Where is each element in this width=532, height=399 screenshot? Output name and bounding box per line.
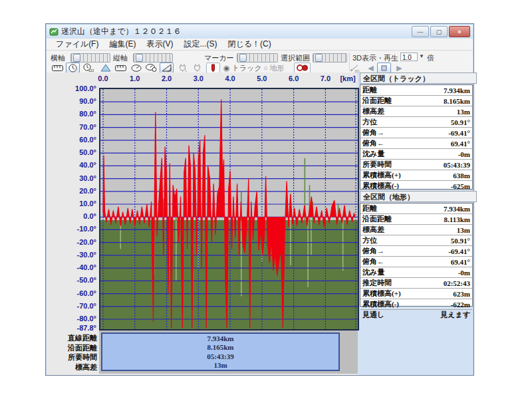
stat-label: 標高差 bbox=[360, 106, 384, 116]
y-tick-label: 60.0° bbox=[60, 136, 96, 144]
main-area: 0.01.02.03.04.05.06.07.0[km] 100.0°90.0°… bbox=[47, 72, 473, 375]
time-number-axis-button[interactable]: 123 bbox=[81, 63, 95, 73]
x-tick-label: 5.0 bbox=[252, 74, 272, 82]
menu-item-2[interactable]: 表示(V) bbox=[141, 39, 178, 50]
profile-chart[interactable] bbox=[99, 88, 359, 331]
footer-value: 05:43:39 bbox=[102, 352, 338, 361]
stat-value: -69.41° bbox=[448, 247, 472, 255]
stat-value: 8.165km bbox=[444, 97, 472, 105]
marker-pen-button[interactable] bbox=[206, 63, 220, 73]
stat-row: 方位50.91° bbox=[360, 235, 472, 245]
stat-row: 累積標高(-)-625m bbox=[360, 180, 472, 191]
speed-graph-button[interactable] bbox=[129, 63, 143, 73]
y-tick-label: 0.0° bbox=[60, 212, 96, 220]
marker-slider[interactable] bbox=[237, 53, 278, 63]
playback-prev-button[interactable]: ◀ bbox=[364, 63, 378, 73]
stat-value: 50.91° bbox=[451, 237, 472, 245]
stat-value: 638m bbox=[453, 172, 472, 180]
stat-label: 俯角→ bbox=[360, 246, 384, 256]
distance-graph-button[interactable] bbox=[114, 63, 128, 73]
stat-label: 累積標高(-) bbox=[360, 181, 399, 191]
y-tick-label: -10.0° bbox=[60, 225, 96, 233]
stat-value: 7.934km bbox=[444, 86, 472, 94]
stat-row: 標高差13m bbox=[360, 224, 472, 235]
slider-thumb[interactable] bbox=[315, 54, 323, 62]
3d-walk-button[interactable]: 3D bbox=[347, 63, 361, 73]
svg-text:3D: 3D bbox=[354, 68, 360, 72]
screen: 迷沢山（途中まで）１２０２１６ — ▢ × ファイル(F)編集(E)表示(V)設… bbox=[0, 0, 532, 399]
panel-terrain-header: 全区間（地形） bbox=[360, 191, 477, 202]
y-tick-label: -70.0° bbox=[60, 302, 96, 310]
slider-thumb[interactable] bbox=[239, 54, 247, 62]
y-tick-label: 40.0° bbox=[60, 161, 96, 169]
close-button[interactable]: × bbox=[449, 26, 470, 37]
stat-row: 俯角←69.41° bbox=[360, 138, 472, 148]
stat-label: 距離 bbox=[360, 203, 377, 213]
window-title: 迷沢山（途中まで）１２０２１６ bbox=[61, 26, 182, 37]
marker-target-terrain-radio[interactable]: ○ 地形 bbox=[263, 63, 285, 73]
haxis-scale-slider[interactable] bbox=[70, 53, 110, 63]
stat-label: 累積標高(-) bbox=[360, 299, 399, 309]
stat-value: -0m bbox=[458, 150, 472, 158]
radio-terrain-label: 地形 bbox=[270, 64, 285, 72]
stat-label: 標高差 bbox=[360, 225, 384, 235]
titlebar[interactable]: 迷沢山（途中まで）１２０２１６ — ▢ × bbox=[47, 25, 473, 39]
y-tick-label: -30.0° bbox=[60, 251, 96, 259]
stat-row: 沿面距離8.113km bbox=[360, 213, 472, 224]
vaxis-scale-slider[interactable] bbox=[133, 53, 173, 63]
stat-label: 累積標高(+) bbox=[360, 170, 401, 180]
plug-2-button[interactable]: .. bbox=[190, 63, 204, 73]
menu-item-1[interactable]: 編集(E) bbox=[104, 39, 141, 50]
x-axis-unit-label: [km] bbox=[336, 74, 359, 82]
footer-label: 所要時間 bbox=[48, 352, 97, 362]
menu-item-4[interactable]: 閉じる！(C) bbox=[222, 39, 276, 50]
maximize-button[interactable]: ▢ bbox=[430, 26, 448, 37]
distance-axis-button[interactable] bbox=[51, 63, 65, 73]
angle-graph-button[interactable] bbox=[160, 63, 174, 73]
stat-row: 距離7.934km bbox=[360, 203, 472, 213]
stat-label: 累積標高(+) bbox=[360, 289, 401, 299]
stat-row: 沈み量-0m bbox=[360, 148, 472, 159]
stat-row: 所要時間05:43:39 bbox=[360, 159, 472, 170]
y-tick-label: -40.0° bbox=[60, 263, 96, 271]
chevron-down-icon[interactable]: ▼ bbox=[419, 53, 424, 59]
menu-item-3[interactable]: 設定...(S) bbox=[178, 39, 222, 50]
playback-next-button[interactable]: ▶ bbox=[392, 63, 406, 73]
stat-label: 俯角→ bbox=[360, 128, 384, 138]
stat-row: 沈み量-0m bbox=[360, 267, 472, 277]
y-tick-label: -20.0° bbox=[60, 238, 96, 246]
stat-row: 距離7.934km bbox=[360, 85, 472, 95]
x-tick-label: 3.0 bbox=[188, 74, 208, 82]
y-tick-label: 90.0° bbox=[60, 97, 96, 105]
y-tick-label: -80.0° bbox=[60, 315, 96, 323]
panel-track-header: 全区間（トラック） bbox=[360, 72, 477, 84]
stat-value: 50.91° bbox=[451, 118, 472, 126]
footer-label: 直線距離 bbox=[48, 333, 97, 343]
stat-value: 623m bbox=[453, 290, 472, 298]
stat-row: 俯角←69.41° bbox=[360, 256, 472, 267]
footer-value: 7.934km bbox=[102, 334, 338, 343]
profile-chart-svg[interactable] bbox=[100, 89, 358, 329]
stat-label: 見通し bbox=[360, 310, 384, 320]
stat-row: 推定時間02:52:43 bbox=[360, 277, 472, 288]
slider-thumb[interactable] bbox=[73, 54, 80, 62]
speed-time-graph-button[interactable] bbox=[144, 63, 158, 73]
stat-value: 69.41° bbox=[451, 140, 472, 148]
marker-label: マーカー bbox=[204, 53, 234, 63]
menu-item-0[interactable]: ファイル(F) bbox=[51, 39, 104, 50]
measure-rings-button[interactable] bbox=[294, 63, 311, 73]
elevation-graph-button[interactable] bbox=[98, 63, 112, 73]
marker-target-track-radio[interactable]: ◉ トラック bbox=[223, 63, 262, 73]
plug-1-button[interactable]: 1 bbox=[176, 63, 190, 73]
minimize-button[interactable]: — bbox=[412, 26, 429, 37]
stat-label: 方位 bbox=[360, 117, 377, 127]
radio-track-label: トラック bbox=[232, 64, 262, 72]
x-tick-label: 6.0 bbox=[284, 74, 304, 82]
time-axis-button[interactable] bbox=[66, 63, 80, 73]
stat-row: 累積標高(-)-622m bbox=[360, 299, 472, 309]
playback-speed-select[interactable]: 1.0 bbox=[400, 53, 418, 61]
playback-label: 3D表示・再生 bbox=[352, 53, 398, 63]
selection-slider[interactable] bbox=[313, 53, 347, 63]
playback-stop-button[interactable] bbox=[377, 63, 391, 73]
slider-thumb[interactable] bbox=[136, 54, 143, 62]
